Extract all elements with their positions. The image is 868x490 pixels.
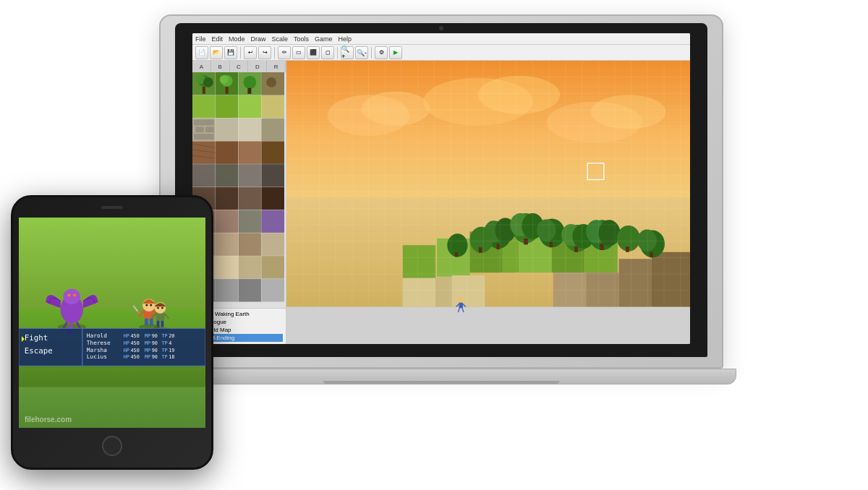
svg-rect-29 (239, 141, 262, 164)
laptop: File Edit Mode Draw Scale Tools Game Hel… (159, 14, 723, 397)
menu-file[interactable]: File (195, 35, 206, 43)
svg-point-179 (145, 304, 148, 306)
svg-line-127 (462, 308, 464, 312)
svg-rect-20 (216, 119, 239, 142)
svg-point-173 (67, 294, 70, 297)
pencil-button[interactable]: ✏ (278, 46, 291, 59)
svg-rect-48 (216, 233, 239, 256)
svg-rect-15 (192, 95, 216, 119)
toolbar-separator-4 (371, 47, 372, 59)
svg-rect-114 (626, 246, 629, 252)
rectangle-button[interactable]: ▭ (292, 46, 305, 59)
svg-rect-49 (239, 233, 262, 256)
phone-speaker (101, 206, 123, 209)
svg-text:450: 450 (130, 348, 139, 353)
svg-point-73 (362, 92, 430, 126)
phone-side-button[interactable] (212, 322, 213, 343)
svg-rect-52 (216, 256, 239, 279)
svg-rect-17 (239, 95, 262, 119)
phone-home-button[interactable] (102, 436, 122, 456)
svg-rect-87 (403, 278, 435, 307)
new-button[interactable]: 📄 (195, 46, 208, 59)
svg-text:HP: HP (124, 333, 129, 339)
svg-point-174 (73, 294, 76, 297)
svg-text:Harold: Harold (87, 332, 107, 339)
svg-text:MP: MP (145, 333, 150, 339)
svg-text:19: 19 (169, 348, 174, 353)
tileset-tab-b[interactable]: B (211, 61, 230, 72)
svg-text:450: 450 (130, 333, 139, 339)
watermark: filehorse.com (25, 416, 72, 424)
svg-rect-80 (403, 245, 435, 278)
zoom-out-icon[interactable]: 🔍- (355, 46, 368, 59)
svg-point-189 (157, 307, 159, 309)
menu-game[interactable]: Game (315, 35, 333, 43)
svg-rect-44 (239, 210, 262, 233)
svg-text:HP: HP (124, 348, 129, 353)
svg-rect-104 (549, 242, 553, 248)
svg-text:90: 90 (152, 340, 158, 346)
map-canvas[interactable] (286, 61, 690, 344)
redo-button[interactable]: ↪ (258, 46, 271, 59)
phone-body: Fight Escape Harold HP 450 MP 90 TP 20 T… (11, 195, 213, 470)
toolbar-separator-1 (240, 47, 241, 59)
svg-rect-50 (261, 233, 284, 256)
svg-text:TP: TP (161, 354, 167, 360)
open-button[interactable]: 📂 (210, 46, 223, 59)
svg-text:4: 4 (169, 340, 171, 346)
tileset-tab-r[interactable]: R (267, 61, 286, 72)
tileset-tab-c[interactable]: C (230, 61, 249, 72)
save-button[interactable]: 💾 (224, 46, 237, 59)
svg-rect-16 (216, 95, 239, 119)
tileset-tab-a[interactable]: A (192, 61, 211, 72)
settings-button[interactable]: ⚙ (375, 46, 388, 59)
svg-rect-34 (192, 164, 216, 187)
svg-rect-183 (145, 319, 148, 326)
svg-rect-7 (203, 87, 205, 94)
fill-button[interactable]: ⬛ (307, 46, 320, 59)
svg-rect-41 (261, 187, 284, 210)
svg-rect-40 (239, 187, 262, 210)
svg-point-77 (591, 95, 666, 129)
undo-button[interactable]: ↩ (244, 46, 257, 59)
svg-rect-119 (479, 247, 482, 253)
menu-edit[interactable]: Edit (212, 35, 224, 43)
svg-rect-22 (261, 119, 284, 142)
tileset-tab-d[interactable]: D (248, 61, 267, 72)
svg-rect-117 (650, 252, 653, 258)
svg-text:MP: MP (145, 354, 150, 360)
svg-text:MP: MP (145, 348, 150, 353)
svg-point-116 (637, 230, 656, 252)
svg-text:TP: TP (161, 340, 167, 346)
svg-text:450: 450 (130, 354, 139, 360)
menu-scale[interactable]: Scale (272, 35, 289, 43)
svg-rect-58 (261, 279, 284, 302)
svg-rect-184 (150, 319, 153, 326)
toolbar-separator-3 (337, 47, 338, 59)
svg-point-9 (220, 75, 229, 84)
svg-line-126 (458, 308, 459, 312)
map-content (286, 61, 690, 344)
svg-rect-46 (261, 210, 284, 233)
svg-point-111 (598, 220, 620, 246)
svg-rect-93 (652, 252, 690, 307)
menu-help[interactable]: Help (339, 35, 352, 43)
toolbar: 📄 📂 💾 ↩ ↪ ✏ ▭ ⬛ ◻ 🔍+ 🔍- (192, 45, 690, 61)
menu-tools[interactable]: Tools (294, 35, 309, 43)
menu-draw[interactable]: Draw (251, 35, 266, 43)
play-button[interactable]: ▶ (389, 46, 402, 59)
menu-mode[interactable]: Mode (229, 35, 245, 43)
svg-rect-194 (161, 321, 163, 327)
svg-rect-10 (226, 87, 229, 94)
svg-rect-97 (496, 244, 500, 249)
svg-text:HP: HP (124, 340, 129, 346)
svg-text:Escape: Escape (25, 346, 53, 356)
svg-text:Lucius: Lucius (87, 353, 107, 360)
main-area: A B C D R (192, 61, 690, 344)
svg-text:90: 90 (152, 354, 158, 360)
eraser-button[interactable]: ◻ (321, 46, 334, 59)
svg-point-172 (64, 289, 80, 305)
zoom-in-icon[interactable]: 🔍+ (341, 46, 354, 59)
svg-rect-53 (239, 256, 262, 279)
svg-rect-101 (524, 238, 528, 245)
